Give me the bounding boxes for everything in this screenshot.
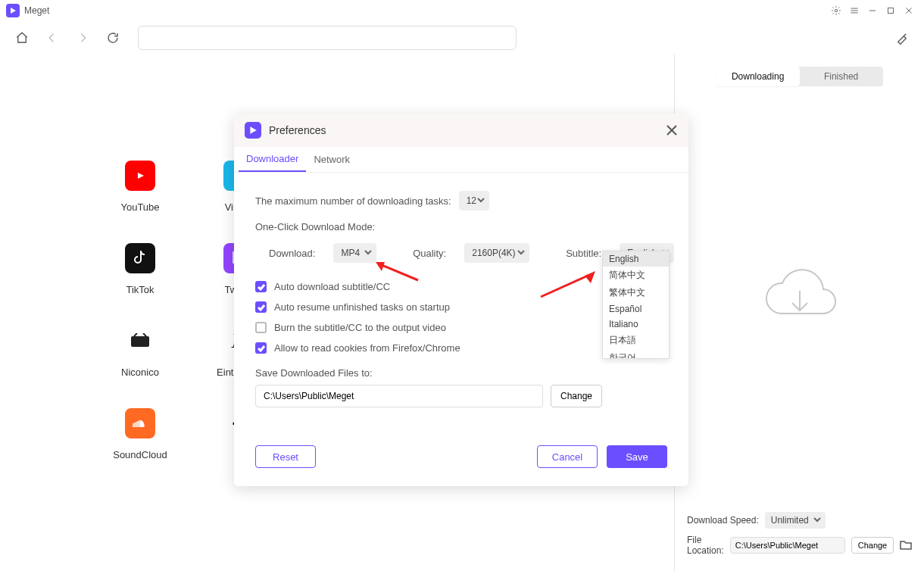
checkbox-cookies[interactable] xyxy=(255,342,267,354)
download-format-value: MP4 xyxy=(341,248,360,258)
checkbox-auto-subtitle-label: Auto download subtitle/CC xyxy=(274,281,390,292)
tab-network[interactable]: Network xyxy=(306,147,357,172)
change-path-button[interactable]: Change xyxy=(551,385,602,407)
chevron-down-icon xyxy=(364,248,372,258)
reset-button[interactable]: Reset xyxy=(255,445,316,468)
save-button[interactable]: Save xyxy=(607,445,667,468)
quality-value: 2160P(4K) xyxy=(472,248,515,258)
dialog-logo-icon xyxy=(245,122,261,139)
checkbox-cookies-label: Allow to read cookies from Firefox/Chrom… xyxy=(274,342,460,354)
download-format-select[interactable]: MP4 xyxy=(333,243,376,263)
subtitle-label: Subtitle: xyxy=(566,248,601,259)
subtitle-option[interactable]: Español xyxy=(603,301,669,317)
cancel-button[interactable]: Cancel xyxy=(537,445,598,468)
checkbox-burn-subtitle-label: Burn the subtitle/CC to the output video xyxy=(274,322,446,333)
subtitle-option[interactable]: 简体中文 xyxy=(603,267,669,284)
subtitle-option[interactable]: 한국어 xyxy=(603,349,669,359)
save-to-label: Save Downloaded Files to: xyxy=(255,367,373,379)
checkbox-auto-resume-label: Auto resume unfinished tasks on startup xyxy=(274,301,450,313)
checkbox-auto-subtitle[interactable] xyxy=(255,281,267,292)
subtitle-option[interactable]: Italiano xyxy=(603,317,669,332)
chevron-down-icon xyxy=(517,248,525,258)
max-tasks-value: 12 xyxy=(467,195,476,206)
chevron-down-icon xyxy=(477,195,485,206)
tab-downloader[interactable]: Downloader xyxy=(239,147,306,172)
dialog-title: Preferences xyxy=(269,124,326,136)
quality-select[interactable]: 2160P(4K) xyxy=(464,243,529,263)
max-tasks-label: The maximum number of downloading tasks: xyxy=(255,195,451,207)
save-path-input[interactable] xyxy=(255,385,543,407)
checkbox-auto-resume[interactable] xyxy=(255,301,267,313)
subtitle-dropdown: English 简体中文 繁体中文 Español Italiano 日本語 한… xyxy=(602,251,670,359)
quality-label: Quality: xyxy=(413,248,446,259)
subtitle-option[interactable]: English xyxy=(603,251,669,267)
subtitle-option[interactable]: 日本語 xyxy=(603,332,669,349)
dialog-close-button[interactable] xyxy=(666,124,678,136)
download-label: Download: xyxy=(269,248,315,259)
checkbox-burn-subtitle[interactable] xyxy=(255,322,267,333)
subtitle-option[interactable]: 繁体中文 xyxy=(603,284,669,301)
max-tasks-select[interactable]: 12 xyxy=(459,191,489,211)
mode-label: One-Click Download Mode: xyxy=(255,221,375,232)
